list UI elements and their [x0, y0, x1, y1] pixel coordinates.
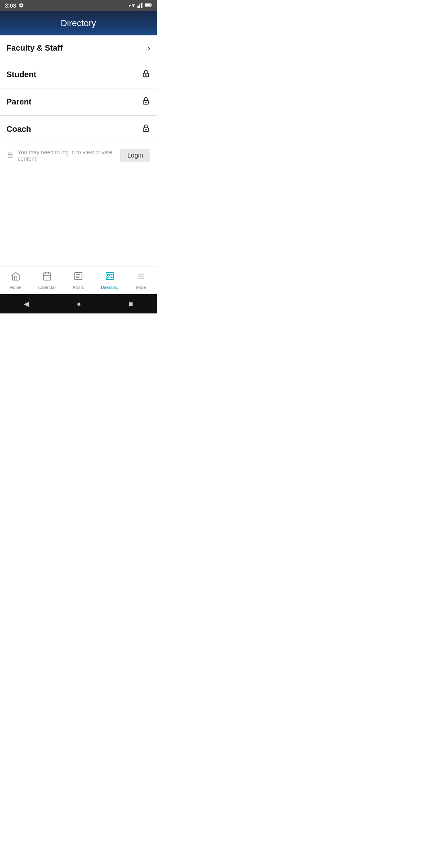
- login-button[interactable]: Login: [120, 149, 150, 162]
- page-title: Directory: [61, 18, 96, 29]
- nav-item-more[interactable]: More: [125, 271, 157, 290]
- directory-list: Faculty & Staff › Student Parent Coach: [0, 35, 157, 168]
- svg-point-14: [10, 156, 10, 156]
- nav-label-posts: Posts: [73, 285, 84, 290]
- status-time: 3:03: [5, 2, 16, 9]
- more-icon: [136, 271, 146, 283]
- bottom-nav: Home Calendar Posts: [0, 266, 157, 294]
- svg-rect-2: [141, 3, 142, 8]
- nav-label-directory: Directory: [101, 285, 119, 290]
- svg-rect-0: [137, 6, 139, 8]
- login-notice-text: You may need to log in to view private c…: [18, 149, 116, 162]
- svg-rect-15: [43, 273, 51, 280]
- svg-rect-5: [145, 4, 150, 6]
- calendar-icon: [42, 271, 52, 283]
- list-item-parent[interactable]: Parent: [0, 88, 157, 116]
- lock-icon-coach: [141, 124, 150, 135]
- parent-label: Parent: [6, 97, 31, 106]
- lock-icon-parent: [141, 96, 150, 107]
- nav-item-directory[interactable]: Directory: [94, 271, 125, 290]
- nav-item-calendar[interactable]: Calendar: [31, 271, 63, 290]
- nav-label-more: More: [136, 285, 146, 290]
- battery-icon: [145, 3, 152, 8]
- chevron-right-icon: ›: [147, 43, 150, 53]
- lock-icon-student: [141, 69, 150, 80]
- home-button[interactable]: ●: [77, 300, 81, 308]
- directory-icon: [105, 271, 115, 283]
- list-item-student[interactable]: Student: [0, 61, 157, 88]
- list-item-faculty-staff[interactable]: Faculty & Staff ›: [0, 35, 157, 61]
- faculty-staff-label: Faculty & Staff: [6, 43, 63, 53]
- home-icon: [11, 271, 20, 283]
- nav-item-posts[interactable]: Posts: [63, 271, 94, 290]
- svg-point-24: [108, 274, 110, 276]
- svg-rect-1: [139, 4, 140, 8]
- nav-label-calendar: Calendar: [38, 285, 56, 290]
- nav-label-home: Home: [10, 285, 21, 290]
- svg-point-10: [145, 102, 146, 103]
- login-notice: You may need to log in to view private c…: [0, 143, 157, 168]
- svg-point-12: [145, 129, 146, 130]
- svg-rect-3: [142, 2, 143, 8]
- system-nav: ◀ ● ■: [0, 294, 157, 313]
- list-item-coach[interactable]: Coach: [0, 116, 157, 143]
- svg-rect-6: [151, 4, 152, 6]
- nav-item-home[interactable]: Home: [0, 271, 31, 290]
- recents-button[interactable]: ■: [129, 300, 133, 308]
- posts-icon: [74, 271, 83, 283]
- header: Directory: [0, 11, 157, 35]
- svg-point-8: [145, 75, 146, 76]
- lock-icon-notice: [6, 151, 14, 160]
- coach-label: Coach: [6, 125, 31, 134]
- student-label: Student: [6, 70, 36, 79]
- status-bar: 3:03 ▾▼: [0, 0, 157, 11]
- wifi-icon: ▾▼: [129, 3, 136, 8]
- status-icons: ▾▼: [129, 2, 152, 9]
- gear-icon: [18, 2, 24, 9]
- signal-icon: [137, 2, 143, 9]
- back-button[interactable]: ◀: [24, 299, 29, 308]
